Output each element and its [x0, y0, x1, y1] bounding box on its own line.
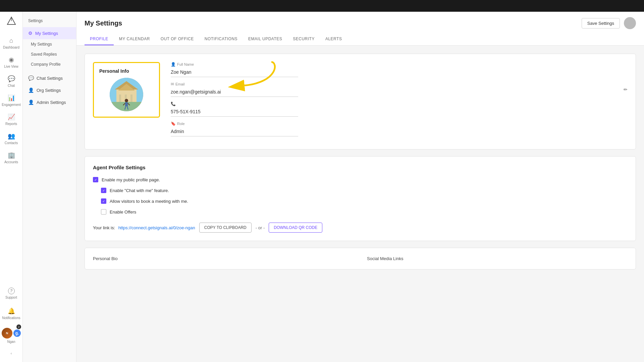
tabs-container: PROFILE MY CALENDAR OUT OF OFFICE NOTIFI…: [85, 33, 636, 45]
avatar-image: [110, 78, 143, 111]
role-icon: 🔖: [171, 121, 176, 126]
brand-icon: g.: [13, 329, 21, 337]
sidebar-item-support[interactable]: ? Support: [0, 284, 22, 303]
main-header: My Settings Save Settings PROFILE MY CAL…: [76, 12, 644, 46]
tab-out-of-office[interactable]: OUT OF OFFICE: [155, 33, 199, 45]
sidebar-item-live-view[interactable]: ◉ Live View: [0, 53, 22, 72]
sidebar-item-reports[interactable]: 📈 Reports: [0, 110, 22, 129]
sidebar-item-accounts[interactable]: 🏢 Accounts: [0, 148, 22, 167]
page-title: My Settings: [85, 19, 122, 27]
company-profile-label: Company Profile: [31, 62, 61, 67]
support-icon: ?: [8, 288, 15, 294]
sidebar-user-avatar[interactable]: N g. Ngan 2: [0, 324, 22, 347]
content-area: Personal Info: [76, 46, 644, 362]
app-logo: [5, 15, 17, 27]
my-settings-sub-label: My Settings: [31, 42, 52, 47]
sidebar-item-label: Chat: [8, 84, 15, 87]
top-bar: [0, 0, 644, 12]
full-name-input[interactable]: [171, 67, 298, 77]
contact-details-card: Personal Bio Social Media Links: [85, 248, 636, 269]
email-label: Email: [175, 82, 185, 86]
header-avatar: [624, 17, 636, 29]
social-media-col: Social Media Links: [367, 256, 628, 261]
role-field: 🔖 Role: [171, 121, 628, 136]
sidebar-collapse-btn[interactable]: ‹: [0, 348, 22, 359]
sidebar-item-chat[interactable]: 💬 Chat: [0, 72, 22, 91]
svg-rect-6: [119, 95, 121, 103]
settings-section-title: Settings: [23, 17, 76, 27]
chat-settings-label: Chat Settings: [37, 76, 63, 81]
sidebar-item-contacts[interactable]: 👥 Contacts: [0, 129, 22, 148]
role-input[interactable]: [171, 127, 298, 136]
checkbox-book-meeting[interactable]: ✓ Allow visitors to book a meeting with …: [101, 198, 628, 204]
notification-badge: 2: [16, 324, 21, 329]
checkbox-chat-with-me[interactable]: ✓ Enable "Chat with me" feature.: [101, 188, 628, 193]
main-content: My Settings Save Settings PROFILE MY CAL…: [76, 12, 644, 362]
checkbox-label: Enable "Chat with me" feature.: [110, 188, 169, 193]
checkbox-enable-offers[interactable]: Enable Offers: [101, 209, 628, 215]
save-settings-button[interactable]: Save Settings: [582, 18, 620, 28]
checkbox-checked-icon: ✓: [101, 198, 106, 204]
contacts-icon: 👥: [8, 132, 15, 140]
profile-link-url[interactable]: https://connect.getsignals.ai/0/zoe-ngan: [118, 225, 195, 230]
copy-clipboard-button[interactable]: COPY TO CLIPBOARD: [199, 223, 252, 233]
avatar: N: [2, 328, 12, 339]
phone-input[interactable]: [171, 107, 298, 117]
sidebar-item-engagement[interactable]: 📊 Engagement: [0, 91, 22, 110]
tab-security[interactable]: SECURITY: [287, 33, 320, 45]
tab-alerts[interactable]: ALERTS: [320, 33, 347, 45]
checkbox-public-profile[interactable]: ✓ Enable my public profile page.: [93, 177, 628, 182]
sidebar-item-support-label: Support: [5, 296, 17, 299]
link-prefix-text: Your link is: https://connect.getsignals…: [93, 225, 195, 230]
settings-sidebar: Settings ⚙ My Settings My Settings Saved…: [23, 12, 76, 362]
person-icon: 👤: [171, 62, 176, 67]
tab-notifications[interactable]: NOTIFICATIONS: [199, 33, 243, 45]
svg-point-10: [125, 99, 128, 102]
checkbox-checked-icon: ✓: [93, 177, 98, 182]
sidebar-item-dashboard[interactable]: ⌂ Dashboard: [0, 34, 22, 53]
full-name-field: 👤 Full Name: [171, 62, 628, 77]
settings-subitem-company-profile[interactable]: Company Profile: [23, 59, 76, 69]
accounts-icon: 🏢: [8, 152, 15, 159]
email-input[interactable]: [171, 87, 298, 97]
checkbox-unchecked-icon: [101, 209, 106, 215]
checkbox-checked-icon: ✓: [101, 188, 106, 193]
svg-rect-8: [130, 95, 132, 103]
sidebar-item-label: Engagement: [2, 103, 21, 107]
personal-info-title: Personal Info: [99, 68, 154, 74]
email-icon: ✉: [171, 82, 174, 86]
download-qr-button[interactable]: DOWNLOAD QR CODE: [269, 223, 322, 233]
profile-avatar[interactable]: [110, 78, 143, 111]
settings-item-admin-settings[interactable]: 👤 Admin Settings: [23, 96, 76, 108]
live-view-icon: ◉: [9, 56, 14, 63]
tab-profile[interactable]: PROFILE: [85, 33, 114, 45]
admin-settings-label: Admin Settings: [37, 100, 66, 105]
checkbox-label: Enable my public profile page.: [102, 177, 160, 182]
profile-section: Personal Info: [93, 62, 628, 141]
personal-bio-col: Personal Bio: [93, 256, 354, 261]
link-section: Your link is: https://connect.getsignals…: [93, 223, 628, 233]
svg-rect-11: [125, 102, 128, 106]
settings-item-org-settings[interactable]: 👤 Org Settings: [23, 84, 76, 96]
checkbox-label: Enable Offers: [110, 209, 136, 215]
settings-item-chat-settings[interactable]: 💬 Chat Settings: [23, 72, 76, 84]
sidebar-item-notifications[interactable]: 🔔 Notifications: [0, 304, 22, 323]
settings-subitem-my-settings[interactable]: My Settings: [23, 39, 76, 49]
chat-icon: 💬: [8, 75, 15, 82]
phone-field: 📞: [171, 102, 628, 117]
notifications-icon: 🔔: [8, 307, 15, 315]
org-settings-icon: 👤: [28, 87, 34, 93]
sidebar-item-label: Accounts: [4, 160, 18, 164]
checkbox-label: Allow visitors to book a meeting with me…: [110, 199, 188, 204]
phone-icon: 📞: [171, 102, 176, 106]
sidebar-item-label: Reports: [5, 122, 17, 126]
edit-email-button[interactable]: ✏: [624, 87, 628, 92]
tab-email-updates[interactable]: EMAIL UPDATES: [243, 33, 287, 45]
personal-info-highlighted-box: Personal Info: [93, 62, 160, 118]
settings-item-my-settings[interactable]: ⚙ My Settings: [23, 27, 76, 39]
org-settings-label: Org Settings: [37, 88, 61, 93]
settings-subitem-saved-replies[interactable]: Saved Replies: [23, 49, 76, 59]
email-field: ✉ Email ✏: [171, 82, 628, 97]
dashboard-icon: ⌂: [9, 37, 13, 44]
tab-my-calendar[interactable]: MY CALENDAR: [114, 33, 155, 45]
